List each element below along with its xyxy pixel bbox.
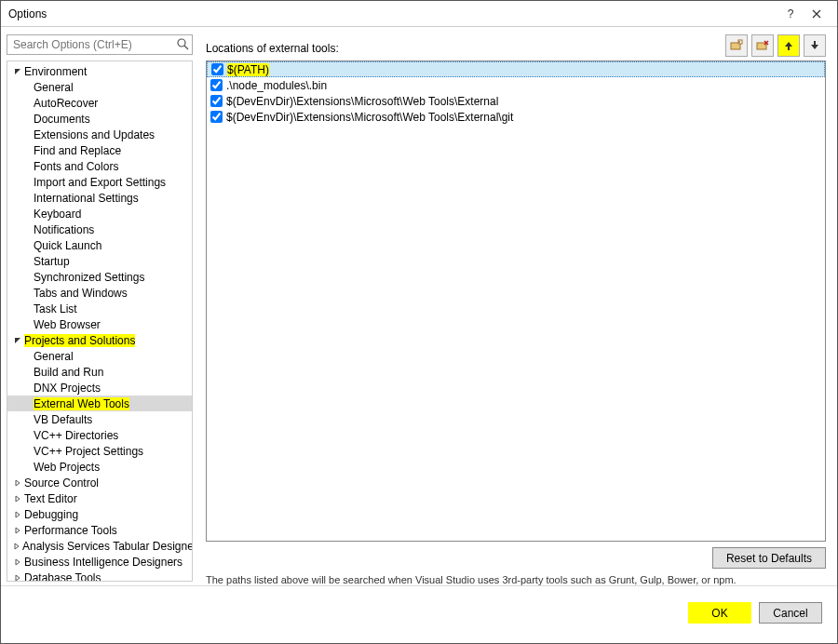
expand-icon <box>13 542 20 551</box>
ok-button[interactable]: OK <box>688 602 751 624</box>
expand-icon <box>13 510 22 519</box>
tree-item[interactable]: VC++ Directories <box>7 427 192 443</box>
tree-node[interactable]: Database Tools <box>7 570 192 582</box>
search-container <box>7 34 193 55</box>
tree-item[interactable]: Synchronized Settings <box>7 269 192 285</box>
tree-item[interactable]: AutoRecover <box>7 95 192 111</box>
tree-item[interactable]: Notifications <box>7 221 192 237</box>
tree-node-projects[interactable]: Projects and Solutions <box>7 332 192 348</box>
tree-item[interactable]: VB Defaults <box>7 411 192 427</box>
collapse-icon <box>13 67 22 76</box>
list-item-text: $(PATH) <box>227 63 269 76</box>
tree-item[interactable]: International Settings <box>7 190 192 206</box>
expand-icon <box>13 573 22 583</box>
move-up-button[interactable] <box>777 34 800 57</box>
tree-node-environment[interactable]: Environment <box>7 63 192 79</box>
description-text: The paths listed above will be searched … <box>206 574 826 585</box>
list-item[interactable]: $(DevEnvDir)\Extensions\Microsoft\Web To… <box>207 109 825 125</box>
remove-folder-button[interactable] <box>751 34 774 57</box>
tree-item[interactable]: Web Browser <box>7 316 192 332</box>
window-title: Options <box>8 7 777 20</box>
svg-point-0 <box>178 39 185 47</box>
list-checkbox[interactable] <box>210 95 223 107</box>
list-item[interactable]: .\node_modules\.bin <box>207 77 825 93</box>
expand-icon <box>13 526 22 535</box>
search-input[interactable] <box>7 34 193 55</box>
collapse-icon <box>13 336 22 345</box>
reset-defaults-button[interactable]: Reset to Defaults <box>712 547 826 569</box>
list-item-text: $(DevEnvDir)\Extensions\Microsoft\Web To… <box>226 95 498 108</box>
list-item[interactable]: $(PATH) <box>207 61 825 77</box>
tree-node[interactable]: Debugging <box>7 506 192 522</box>
tree-item[interactable]: Web Projects <box>7 459 192 475</box>
close-icon <box>812 9 821 19</box>
tree-item[interactable]: General <box>7 79 192 95</box>
cancel-button[interactable]: Cancel <box>759 602 822 624</box>
arrow-down-icon <box>809 40 820 51</box>
tree-node[interactable]: Text Editor <box>7 490 192 506</box>
tree-item-external-web-tools[interactable]: External Web Tools <box>7 396 192 411</box>
tree-item[interactable]: VC++ Project Settings <box>7 443 192 459</box>
tree-item[interactable]: Build and Run <box>7 364 192 380</box>
tree-node[interactable]: Analysis Services Tabular Designers <box>7 538 192 554</box>
left-panel: Environment General AutoRecover Document… <box>1 27 196 585</box>
tree-item[interactable]: Fonts and Colors <box>7 158 192 174</box>
tree-node[interactable]: Performance Tools <box>7 522 192 538</box>
locations-listbox[interactable]: $(PATH) .\node_modules\.bin $(DevEnvDir)… <box>206 60 826 542</box>
tree-node[interactable]: Business Intelligence Designers <box>7 554 192 570</box>
tree-item[interactable]: Tabs and Windows <box>7 285 192 301</box>
tree-item[interactable]: DNX Projects <box>7 380 192 396</box>
list-item[interactable]: $(DevEnvDir)\Extensions\Microsoft\Web To… <box>207 93 825 109</box>
list-checkbox[interactable] <box>210 79 223 91</box>
tree-item[interactable]: Startup <box>7 253 192 269</box>
tree-item[interactable]: Import and Export Settings <box>7 174 192 190</box>
close-button[interactable] <box>804 3 830 25</box>
expand-icon <box>13 494 22 503</box>
arrow-up-icon <box>783 40 794 51</box>
tree-item[interactable]: General <box>7 348 192 364</box>
tree-item[interactable]: Documents <box>7 111 192 127</box>
list-item-text: .\node_modules\.bin <box>226 79 327 92</box>
list-checkbox[interactable] <box>210 111 223 123</box>
tree-item[interactable]: Quick Launch <box>7 237 192 253</box>
right-panel: Locations of external tools: $(PATH) .\n… <box>196 27 837 585</box>
dialog-footer: OK Cancel <box>1 585 837 639</box>
move-down-button[interactable] <box>804 34 826 57</box>
options-tree[interactable]: Environment General AutoRecover Document… <box>7 60 193 582</box>
tree-item[interactable]: Find and Replace <box>7 142 192 158</box>
locations-label: Locations of external tools: <box>206 42 725 57</box>
tree-node[interactable]: Source Control <box>7 475 192 490</box>
new-folder-icon <box>730 39 743 52</box>
help-button[interactable]: ? <box>777 3 804 25</box>
add-folder-button[interactable] <box>725 34 748 57</box>
expand-icon <box>13 478 22 488</box>
tree-label: Environment <box>24 65 87 78</box>
search-icon <box>176 37 189 50</box>
tree-item[interactable]: Task List <box>7 301 192 316</box>
list-checkbox[interactable] <box>211 63 223 75</box>
titlebar: Options ? <box>1 1 837 27</box>
tree-label: Projects and Solutions <box>24 334 135 347</box>
delete-folder-icon <box>756 39 769 52</box>
list-item-text: $(DevEnvDir)\Extensions\Microsoft\Web To… <box>226 111 513 124</box>
tree-item[interactable]: Keyboard <box>7 206 192 221</box>
expand-icon <box>13 557 22 567</box>
tree-item[interactable]: Extensions and Updates <box>7 127 192 142</box>
